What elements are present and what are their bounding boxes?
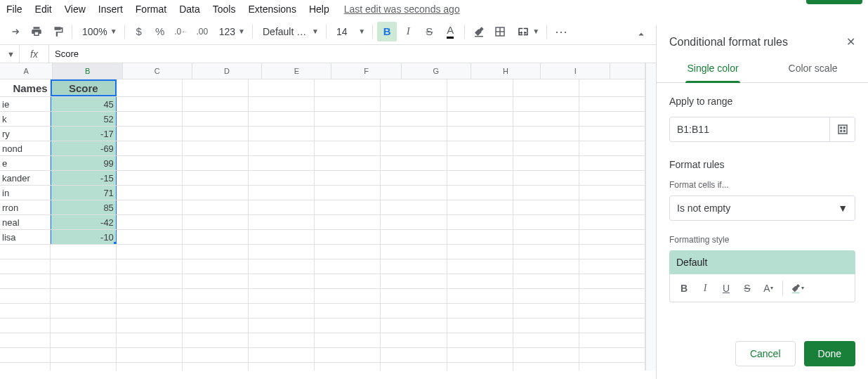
percent-button[interactable]: % — [150, 22, 170, 41]
more-formats-dropdown[interactable]: 123▼ — [213, 23, 248, 41]
cell[interactable] — [579, 319, 645, 333]
cell[interactable] — [579, 112, 645, 126]
cell-score[interactable]: 85 — [51, 200, 117, 214]
menu-format[interactable]: Format — [129, 1, 173, 18]
cell-score[interactable]: -15 — [51, 171, 117, 185]
cell[interactable] — [315, 186, 381, 200]
cell-score[interactable]: -17 — [51, 127, 117, 141]
cell-name[interactable]: nond — [0, 141, 51, 155]
cell[interactable] — [183, 215, 249, 229]
cell[interactable] — [579, 156, 645, 170]
cell[interactable] — [513, 348, 579, 362]
condition-dropdown[interactable]: Is not empty ▼ — [669, 195, 855, 221]
cell[interactable] — [0, 319, 51, 333]
cell[interactable] — [249, 245, 315, 259]
style-preview[interactable]: Default — [669, 250, 855, 274]
cell[interactable] — [315, 230, 381, 244]
range-input[interactable] — [670, 124, 829, 135]
cell[interactable] — [447, 363, 513, 371]
cell-name[interactable]: lisa — [0, 230, 51, 244]
share-button-clip[interactable] — [806, 0, 862, 4]
cell[interactable] — [249, 289, 315, 303]
cell[interactable] — [447, 230, 513, 244]
cell-name[interactable]: k — [0, 112, 51, 126]
cell[interactable] — [183, 245, 249, 259]
spreadsheet-grid[interactable]: A B C D E F G H I NamesScoreie45k52ry-17… — [0, 63, 656, 371]
cell[interactable] — [513, 156, 579, 170]
cell[interactable] — [513, 274, 579, 288]
cell[interactable] — [315, 200, 381, 214]
cell[interactable] — [51, 289, 117, 303]
cell[interactable] — [315, 259, 381, 274]
cell[interactable] — [183, 230, 249, 244]
col-header-h[interactable]: H — [471, 63, 541, 79]
cell[interactable] — [579, 348, 645, 362]
cell-name[interactable]: ie — [0, 97, 51, 111]
cell[interactable] — [579, 230, 645, 244]
increase-decimal-button[interactable]: .00 — [192, 22, 212, 41]
cell[interactable] — [0, 304, 51, 318]
cell-name[interactable]: rron — [0, 200, 51, 214]
cell[interactable] — [117, 127, 183, 141]
cell[interactable] — [447, 112, 513, 126]
fill-color-button[interactable] — [469, 22, 489, 41]
cell[interactable] — [579, 215, 645, 229]
done-button[interactable]: Done — [804, 341, 855, 366]
cell[interactable] — [447, 348, 513, 362]
cell[interactable] — [381, 186, 447, 200]
cell[interactable] — [513, 141, 579, 155]
cell[interactable] — [249, 304, 315, 318]
cell[interactable] — [117, 363, 183, 371]
cell[interactable] — [447, 259, 513, 274]
cell[interactable] — [513, 97, 579, 111]
cell[interactable] — [249, 97, 315, 111]
cell[interactable] — [183, 156, 249, 170]
cell-score[interactable]: 52 — [51, 112, 117, 126]
cell[interactable] — [579, 79, 645, 96]
cell[interactable] — [315, 127, 381, 141]
cell[interactable] — [249, 274, 315, 288]
style-italic-button[interactable]: I — [695, 278, 715, 298]
cell[interactable] — [249, 186, 315, 200]
cell[interactable] — [447, 245, 513, 259]
cell[interactable] — [117, 112, 183, 126]
cell[interactable] — [0, 245, 51, 259]
font-size-dropdown[interactable]: 14 ▼ — [331, 23, 368, 41]
cell[interactable] — [249, 79, 315, 96]
col-header-g[interactable]: G — [402, 63, 471, 79]
cell-score[interactable]: 99 — [51, 156, 117, 170]
cell[interactable] — [381, 259, 447, 274]
cell[interactable] — [579, 97, 645, 111]
cell[interactable] — [513, 259, 579, 274]
cell[interactable] — [381, 245, 447, 259]
cell[interactable] — [117, 274, 183, 288]
collapse-toolbar-button[interactable] — [635, 28, 647, 43]
cell[interactable] — [381, 171, 447, 185]
cell[interactable] — [51, 348, 117, 362]
cell[interactable] — [315, 245, 381, 259]
cell[interactable] — [381, 274, 447, 288]
italic-button[interactable]: I — [398, 22, 418, 41]
cell[interactable] — [579, 333, 645, 347]
cell[interactable] — [315, 171, 381, 185]
cell[interactable] — [381, 215, 447, 229]
cell[interactable] — [513, 363, 579, 371]
cell[interactable] — [381, 363, 447, 371]
cell[interactable] — [447, 274, 513, 288]
paint-format-button[interactable] — [48, 22, 67, 41]
cell[interactable] — [513, 79, 579, 96]
cell[interactable] — [183, 319, 249, 333]
cell[interactable] — [51, 319, 117, 333]
redo-button[interactable] — [6, 22, 25, 41]
cell[interactable] — [183, 348, 249, 362]
currency-button[interactable]: $ — [129, 22, 149, 41]
cell[interactable] — [315, 112, 381, 126]
cell[interactable] — [183, 171, 249, 185]
cell[interactable] — [117, 141, 183, 155]
vertical-scrollbar[interactable] — [645, 63, 656, 371]
col-header-b[interactable]: B — [53, 63, 122, 79]
menu-file[interactable]: File — [0, 1, 29, 18]
menu-data[interactable]: Data — [173, 1, 206, 18]
cell[interactable] — [315, 333, 381, 347]
cell[interactable] — [117, 289, 183, 303]
